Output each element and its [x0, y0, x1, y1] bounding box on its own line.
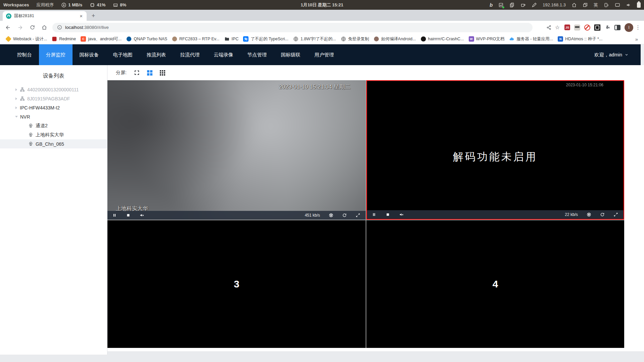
- camera-icon: [28, 123, 33, 128]
- bookmark-redmine[interactable]: Redmine: [49, 35, 78, 43]
- site-info-icon[interactable]: [57, 25, 62, 30]
- pen-tool-icon[interactable]: [532, 2, 537, 8]
- bookmark-copy-tool[interactable]: 免登录复制: [338, 35, 372, 43]
- settings-shutter-icon[interactable]: [329, 213, 333, 218]
- video-player-2[interactable]: 2023-01-10 15:21:06 解码功能未启用 2: [366, 80, 624, 220]
- nav-item-gb-devices[interactable]: 国标设备: [73, 44, 106, 65]
- bing-icon[interactable]: b: [490, 2, 493, 8]
- profile-avatar[interactable]: I: [625, 23, 633, 32]
- nav-item-user-manage[interactable]: 用户管理: [308, 44, 341, 65]
- nav-item-console[interactable]: 控制台: [10, 44, 39, 65]
- screenshot-tool-icon[interactable]: [498, 2, 504, 8]
- video-player-3[interactable]: 3: [107, 220, 366, 348]
- refresh-icon[interactable]: [600, 212, 605, 217]
- bookmark-ipc[interactable]: IPC: [222, 35, 241, 43]
- bitrate-label: 451 kb/s: [305, 213, 320, 218]
- video-player-4[interactable]: 4: [366, 220, 624, 348]
- expand-icon[interactable]: [356, 213, 360, 218]
- browser-menu-icon[interactable]: ⋮: [635, 24, 641, 31]
- bookmark-star-icon[interactable]: ☆: [555, 24, 560, 31]
- browser-home-button[interactable]: [39, 22, 50, 33]
- expand-icon[interactable]: [613, 212, 618, 217]
- input-method-indicator[interactable]: 英: [594, 2, 598, 8]
- bookmark-server[interactable]: 服务器 - 轻量应用...: [507, 35, 555, 43]
- caret-down-icon[interactable]: [15, 116, 18, 118]
- stop-button[interactable]: [121, 211, 135, 220]
- tree-item-platform1[interactable]: 44020000013200000111: [0, 85, 107, 94]
- scrollbar-track[interactable]: [641, 44, 644, 65]
- applications-menu[interactable]: 应用程序: [36, 2, 54, 8]
- ip-address: 192.168.1.3: [543, 2, 566, 7]
- address-bar[interactable]: localhost:38080/#/live: [52, 23, 533, 32]
- side-panel-icon[interactable]: [614, 25, 620, 30]
- nav-item-emap[interactable]: 电子地图: [106, 44, 140, 65]
- nav-item-cloud-record[interactable]: 云端录像: [207, 44, 240, 65]
- bookmark-webstack[interactable]: Webstack - 设计...: [3, 35, 49, 43]
- pause-button[interactable]: [107, 211, 121, 220]
- bookmark-wvp-doc[interactable]: W WVP-PRO文档: [466, 35, 507, 43]
- cpu-indicator: 41%: [90, 2, 105, 8]
- bookmark-article1[interactable]: 1.8W字!了不起的...: [291, 35, 338, 43]
- qr-extension-icon[interactable]: [594, 25, 600, 31]
- browser-tab[interactable]: 国标28181 ×: [3, 11, 87, 21]
- stop-button[interactable]: [381, 210, 395, 219]
- new-tab-button[interactable]: +: [89, 11, 98, 20]
- camera-icon: [28, 132, 33, 137]
- blocker-extension-icon[interactable]: [584, 25, 590, 31]
- hdatmos-icon: N: [558, 36, 563, 42]
- globe-icon: [293, 36, 298, 42]
- nav-item-node-manage[interactable]: 节点管理: [240, 44, 274, 65]
- nav-item-pull-proxy[interactable]: 拉流代理: [173, 44, 207, 65]
- share-icon[interactable]: [546, 25, 552, 30]
- forward-button[interactable]: [15, 22, 26, 33]
- nav-item-split-monitor[interactable]: 分屏监控: [39, 44, 73, 65]
- tree-item-platform2[interactable]: 8J01915PAGB3ADF: [0, 94, 107, 103]
- nav-item-gb-cascade[interactable]: 国标级联: [274, 44, 308, 65]
- bookmarks-overflow-chevron[interactable]: »: [633, 36, 641, 42]
- coffee-cup-icon[interactable]: [520, 2, 526, 8]
- bookmark-zhihu[interactable]: 知 了不起的 TypeScri...: [241, 35, 291, 43]
- split-2x2-icon[interactable]: [147, 70, 152, 76]
- extensions-puzzle-icon[interactable]: [604, 25, 610, 31]
- privacy-extension-icon[interactable]: [574, 25, 580, 31]
- tree-item-nvr-device[interactable]: NVR: [0, 112, 107, 121]
- back-button[interactable]: [3, 22, 13, 33]
- bookmark-hdatmos[interactable]: N HDAtmos :: 种子 *...: [555, 35, 605, 43]
- fullscreen-icon[interactable]: [134, 70, 140, 76]
- clipboard-icon[interactable]: [509, 2, 515, 8]
- caret-right-icon[interactable]: [15, 106, 17, 109]
- bookmark-android-build[interactable]: 如何编译Android...: [371, 35, 418, 43]
- tree-item-channel2[interactable]: 通道2: [0, 121, 107, 130]
- mute-button[interactable]: [395, 210, 408, 219]
- nav-item-push-list[interactable]: 推流列表: [140, 44, 173, 65]
- bookmark-csdn[interactable]: C java、android可...: [78, 35, 124, 43]
- tree-item-gb-chn-065[interactable]: GB_Chn_065: [0, 139, 107, 148]
- refresh-icon[interactable]: [342, 213, 347, 218]
- home-icon[interactable]: [571, 2, 577, 8]
- url-host: localhost: [65, 25, 83, 30]
- windows-switcher-icon[interactable]: [583, 2, 588, 8]
- mute-button[interactable]: [135, 211, 149, 220]
- layers-icon: [5, 36, 11, 42]
- workspaces-button[interactable]: Workspaces: [3, 2, 29, 7]
- bookmark-github[interactable]: hairrrrr/C-CrashC...: [418, 35, 466, 43]
- volume-icon[interactable]: [626, 2, 631, 8]
- tab-close-icon[interactable]: ×: [79, 13, 83, 19]
- bookmark-rfc2833[interactable]: RFC2833 – RTP Ev...: [170, 35, 222, 43]
- js-extension-icon[interactable]: JS: [564, 25, 570, 30]
- caret-right-icon[interactable]: [15, 88, 17, 91]
- display-icon[interactable]: [615, 2, 620, 8]
- tree-item-shangdi-camera[interactable]: 上地科实大华: [0, 130, 107, 139]
- user-menu[interactable]: 欢迎，admin: [594, 44, 629, 65]
- clock[interactable]: 1月10日 星期二 15:21: [301, 2, 343, 8]
- video-player-1[interactable]: 2023-01-10 15:21:04 星期二 上地科实大华: [107, 80, 366, 220]
- caret-right-icon[interactable]: [15, 97, 17, 100]
- tree-item-ipc-device[interactable]: IPC-HFW4433M-I2: [0, 103, 107, 112]
- bookmark-qnap[interactable]: QNAP Turbo NAS: [124, 35, 170, 43]
- settings-shutter-icon[interactable]: [587, 212, 591, 217]
- network-speed-indicator: 1 MB/s: [61, 2, 82, 8]
- split-3x3-icon[interactable]: [160, 70, 165, 76]
- pause-button[interactable]: [367, 210, 381, 219]
- phone-link-icon[interactable]: [604, 2, 609, 8]
- reload-button[interactable]: [27, 22, 38, 33]
